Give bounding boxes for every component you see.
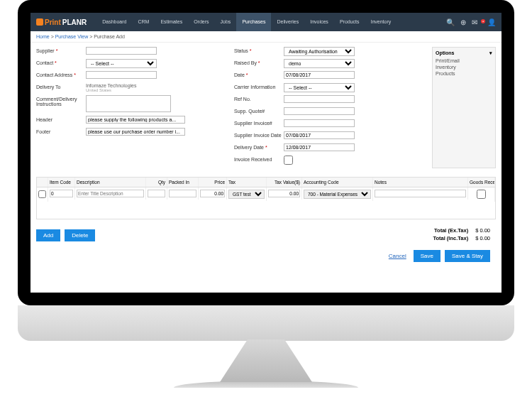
total-ex-label: Total (Ex.Tax) (434, 227, 468, 234)
delete-button[interactable]: Delete (65, 229, 95, 241)
total-inc-label: Total (Inc.Tax) (433, 235, 468, 241)
nav-jobs[interactable]: Jobs (215, 13, 237, 31)
row-desc-input[interactable] (77, 190, 144, 197)
lbl-status: Status (234, 47, 284, 53)
lbl-footer: Footer (36, 128, 86, 134)
col-code: Item Code (48, 178, 75, 187)
row-taxv-input[interactable] (268, 190, 300, 197)
col-price: Price (199, 178, 227, 187)
mail-icon[interactable]: ✉• (472, 18, 482, 26)
header-input[interactable] (86, 116, 185, 124)
nav-estimates[interactable]: Estimates (155, 13, 188, 31)
chevron-down-icon[interactable]: ▾ (489, 50, 492, 56)
option-products[interactable]: Products (436, 70, 492, 77)
lbl-supp-quote: Supp. Quote# (234, 107, 284, 114)
logo: PrintPLANR (36, 18, 87, 26)
totals: Total (Ex.Tax)$ 0.00 Total (Inc.Tax)$ 0.… (433, 227, 490, 243)
crumb-home[interactable]: Home (36, 34, 50, 39)
search-icon[interactable]: 🔍 (446, 18, 455, 26)
row-notes-input[interactable] (375, 190, 466, 197)
cancel-link[interactable]: Cancel (389, 253, 406, 259)
form-left: Supplier Contact-- Select -- Contact Add… (36, 47, 224, 168)
add-button[interactable]: Add (36, 229, 60, 241)
form-right: StatusAwaiting Authorisation Raised Byde… (234, 47, 422, 168)
supp-inv-date-input[interactable] (284, 131, 355, 139)
avatar[interactable]: 👤 (487, 18, 496, 26)
crumb-view[interactable]: Purchase View (55, 34, 89, 39)
lbl-carrier: Carrier Information (234, 83, 284, 89)
col-notes: Notes (373, 178, 468, 187)
lbl-comment: Comment/Delivery Instructions (36, 95, 86, 107)
lbl-date: Date (234, 71, 284, 77)
contact-address-input[interactable] (86, 71, 157, 79)
lbl-delivery-to: Delivery To (36, 83, 86, 89)
carrier-select[interactable]: -- Select -- (284, 83, 355, 92)
delivery-to-value: Infomaze Technologies (86, 83, 136, 88)
options-header: Options (436, 50, 454, 56)
crumb-current: Purchase Add (94, 34, 125, 39)
col-acct: Accounting Code (302, 178, 373, 187)
invoice-received-checkbox[interactable] (284, 156, 293, 165)
status-select[interactable]: Awaiting Authorisation (284, 47, 355, 56)
lbl-supp-invoice: Supplier Invoice# (234, 119, 284, 126)
supplier-input[interactable] (86, 47, 157, 55)
lbl-invoice-received: Invoice Received (234, 156, 284, 162)
row-acct-select[interactable]: 700 - Material Expenses (304, 190, 371, 199)
row-tax-select[interactable]: GST test (228, 190, 265, 199)
supp-quote-input[interactable] (284, 107, 355, 115)
col-desc: Description (75, 178, 146, 187)
option-inventory[interactable]: Inventory (436, 64, 492, 70)
row-checkbox[interactable] (38, 190, 46, 199)
table-row: GST test 700 - Material Expenses (37, 187, 495, 219)
col-qty: Qty (146, 178, 167, 187)
date-input[interactable] (284, 71, 355, 79)
row-qty-input[interactable] (148, 190, 165, 197)
nav-crm[interactable]: CRM (132, 13, 155, 31)
line-items-grid: Item Code Description Qty Packed In Pric… (36, 177, 496, 219)
save-stay-button[interactable]: Save & Stay (445, 250, 490, 262)
refno-input[interactable] (284, 95, 355, 103)
nav-orders[interactable]: Orders (188, 13, 214, 31)
lbl-supplier: Supplier (36, 47, 86, 53)
top-nav: PrintPLANR Dashboard CRM Estimates Order… (31, 13, 501, 31)
lbl-supp-inv-date: Supplier Invoice Date (234, 131, 284, 138)
total-inc-value: $ 0.00 (475, 235, 490, 241)
total-ex-value: $ 0.00 (475, 227, 490, 234)
delivery-date-input[interactable] (284, 143, 355, 151)
delivery-to-sub: United States (86, 88, 136, 92)
supp-invoice-input[interactable] (284, 119, 355, 127)
col-taxv: Tax Value($) (267, 178, 302, 187)
lbl-delivery-date: Delivery Date (234, 143, 284, 150)
row-price-input[interactable] (200, 190, 225, 197)
nav-dashboard[interactable]: Dashboard (96, 13, 132, 31)
nav-inventory[interactable]: Inventory (365, 13, 397, 31)
row-code-input[interactable] (50, 190, 73, 197)
add-icon[interactable]: ⊕ (460, 18, 466, 26)
nav-invoices[interactable]: Invoices (304, 13, 334, 31)
lbl-header: Header (36, 116, 86, 122)
nav-items: Dashboard CRM Estimates Orders Jobs Purc… (96, 13, 397, 31)
col-tax: Tax (227, 178, 267, 187)
nav-purchases[interactable]: Purchases (236, 13, 271, 31)
col-recv: Goods Received (468, 178, 495, 187)
comment-textarea[interactable] (86, 95, 171, 112)
option-print-email[interactable]: Print/Email (436, 58, 492, 64)
lbl-contact: Contact (36, 59, 86, 65)
breadcrumb: Home > Purchase View > Purchase Add (31, 31, 501, 43)
lbl-raised-by: Raised By (234, 59, 284, 65)
col-pack: Packed In (167, 178, 199, 187)
row-recv-checkbox[interactable] (470, 190, 493, 199)
footer-input[interactable] (86, 128, 185, 136)
raised-by-select[interactable]: demo (284, 59, 355, 68)
save-button[interactable]: Save (414, 250, 440, 262)
nav-deliveries[interactable]: Deliveries (271, 13, 304, 31)
options-panel: Options▾ Print/Email Inventory Products (432, 47, 496, 168)
contact-select[interactable]: -- Select -- (86, 59, 157, 68)
row-pack-input[interactable] (169, 190, 196, 197)
lbl-contact-address: Contact Address (36, 71, 86, 77)
lbl-refno: Ref No. (234, 95, 284, 102)
nav-products[interactable]: Products (334, 13, 365, 31)
